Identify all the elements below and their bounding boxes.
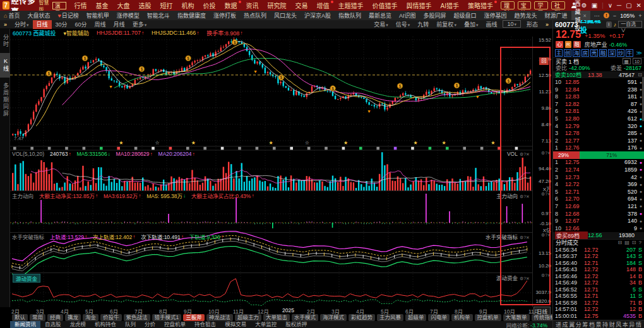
period-button-形态[interactable]: 形态 [523, 20, 542, 29]
top-button-理财[interactable]: 理财 [501, 1, 515, 9]
sector-name[interactable]: 房地产业 [585, 40, 607, 49]
zoom-out-button[interactable]: − [613, 13, 616, 19]
toolbar-item-智能北斗[interactable]: 智能北斗 [143, 11, 174, 20]
period-button-周线[interactable]: 周线 [91, 20, 110, 29]
annotation-handle[interactable]: 回 [539, 57, 549, 65]
order-level-row[interactable]: 1012.85591● [553, 78, 644, 86]
tag-融[interactable]: 融 [599, 49, 607, 57]
mini-tab-翼[interactable]: 翼 [569, 320, 575, 328]
menu-item-机构[interactable]: 机构 [177, 1, 199, 10]
close-button[interactable]: ✕ [636, 2, 641, 9]
kline-chart-svg[interactable]: $$$$$$$$$$▼▼▼▼★★★★★★★☆☆ [10, 37, 532, 307]
nav-item-龙虎榜[interactable]: 龙虎榜 [66, 321, 91, 328]
order-level-row[interactable]: 212.741859● [553, 166, 644, 173]
list-icon[interactable]: ▤ [624, 240, 629, 245]
menu-item-短打[interactable]: 短打 [156, 1, 177, 10]
mini-tab-本[interactable]: 本 [623, 320, 628, 328]
period-button-月线[interactable]: 月线 [110, 20, 129, 29]
order-level-row[interactable]: 412.72369● [553, 180, 644, 188]
zoom-in-button[interactable]: + [638, 13, 641, 19]
mini-tab-异[interactable]: 异 [629, 320, 635, 328]
gear-icon[interactable]: ⚙ [581, 2, 587, 9]
preset-超级主力[interactable]: 超级主力 [235, 314, 261, 321]
watchlist-button[interactable]: 一自选 ∨ [618, 21, 642, 28]
tag-房[interactable]: 房 [581, 49, 589, 57]
top-button-社群[interactable]: 社群 [551, 1, 565, 9]
preset-彩虹趋势[interactable]: 彩虹趋势 [349, 314, 375, 321]
period-button-交易[interactable]: 交易▾ [370, 20, 392, 29]
mini-tab-分[interactable]: 分 [576, 320, 581, 328]
period-button-分时[interactable]: 分时▾ [11, 20, 33, 29]
depth-10-button[interactable]: 10 [633, 58, 641, 64]
toolbar-item-指数队列[interactable]: 指数队列 [335, 11, 365, 20]
menu-item-选股[interactable]: 选股 [134, 1, 156, 10]
order-level-row[interactable]: 612.70694● [553, 196, 644, 203]
toolbar-item-超级盘口[interactable]: 超级盘口 [450, 11, 480, 20]
preset-三板斧[interactable]: 三板斧 [183, 314, 205, 321]
preset-水手模式[interactable]: 水手模式 [292, 314, 318, 321]
stock-tab[interactable]: 西藏城投× [571, 11, 590, 20]
preset-大单狙击[interactable]: 大单狙击 [263, 314, 290, 321]
chart-mode-分时[interactable]: 分时 [0, 29, 10, 53]
more-icon[interactable]: ⋯ [594, 13, 600, 19]
toolbar-item-趋势龙头[interactable]: 趋势龙头 [511, 11, 541, 20]
preset-默认[interactable]: 默认 [12, 314, 28, 321]
order-level-row[interactable]: 412.79320● [553, 122, 644, 130]
alarm-bell-icon[interactable]: ♪ [614, 21, 617, 28]
preset-闪电单[interactable]: 闪电单 [428, 314, 450, 321]
toolbar-item-指数健康度[interactable]: 指数健康度 [174, 11, 210, 20]
tick-list[interactable]: 14:56:3412.72207S14:56:3712.72143S14:56:… [553, 246, 644, 320]
chart-mode-K线[interactable]: K线 [0, 53, 10, 78]
order-level-row[interactable]: 512.71520● [553, 188, 644, 196]
period-button-信号[interactable]: 信号▾ [392, 20, 414, 29]
toolbar-item-热点队列[interactable]: 热点队列 [240, 11, 270, 20]
nav-item-大单监控[interactable]: 大单监控 [251, 321, 281, 328]
order-level-row[interactable]: 612.81426● [553, 108, 644, 115]
close-tab-icon[interactable]: × [583, 13, 587, 19]
period-button-10[interactable]: 10▾ [503, 20, 521, 28]
menu-item-策略猎手[interactable]: 策略猎手 [463, 1, 498, 10]
expand-icon[interactable]: ⊡ [632, 240, 636, 245]
nav-item-股权质押[interactable]: 股权质押 [281, 321, 311, 328]
preset-常用[interactable]: 常用 [30, 314, 45, 321]
period-button-九转[interactable]: 九转 [414, 20, 432, 29]
kline-canvas[interactable]: $$$$$$$$$$▼▼▼▼★★★★★★★☆☆ VOL(5,10,20)2407… [10, 37, 552, 307]
tag-创[interactable]: 创 [564, 49, 571, 57]
toolbar-item-AI识图[interactable]: AI识图 [395, 11, 420, 20]
order-level-row[interactable]: 812.68378● [553, 210, 644, 218]
tag-壳[interactable]: 壳 [590, 49, 598, 57]
preset-价投牛[interactable]: 价投牛 [100, 314, 122, 321]
order-level-row[interactable]: 812.83181● [553, 93, 644, 101]
preset-海洋模式[interactable]: 海洋模式 [320, 314, 347, 321]
menu-item-主题猎手[interactable]: 主题猎手 [334, 1, 368, 10]
home-button[interactable]: ⌂首页 [0, 11, 23, 20]
mini-tab-档[interactable]: 档 [589, 320, 595, 328]
order-level-row[interactable]: 712.69121● [553, 202, 644, 210]
tags-expand-icon[interactable]: ≫ [636, 50, 642, 56]
order-level-row[interactable]: 912.84238● [553, 86, 644, 93]
expand-icon[interactable]: ⊡ [635, 72, 642, 78]
mini-tab-情[interactable]: 情 [636, 320, 641, 328]
mini-tab-风[interactable]: 风 [616, 320, 621, 328]
toolbar-item-最新总览[interactable]: 最新总览 [365, 11, 395, 20]
maximize-button[interactable]: ▢ [626, 2, 631, 9]
order-level-row[interactable]: 712.8287● [553, 100, 644, 108]
preset-猎手模式1[interactable]: 猎手模式1 [152, 314, 182, 321]
minimize-button[interactable]: ─ [617, 2, 621, 9]
tag-深[interactable]: 深 [608, 49, 616, 57]
toolbar-item-涨停基因[interactable]: 涨停基因 [480, 11, 511, 20]
nav-item-新闻资讯[interactable]: 新闻资讯 [10, 321, 40, 328]
top-button-宝箱[interactable]: 宝箱 [518, 1, 532, 9]
preset-紫色战法[interactable]: 紫色战法 [124, 314, 150, 321]
toolbar-item-风口龙头[interactable]: 风口龙头 [270, 11, 301, 20]
nav-item-分价[interactable]: 分价 [140, 321, 160, 328]
toolbar-item-大盘状态[interactable]: 大盘状态 [23, 11, 54, 20]
menu-item-价投[interactable]: 价投 [199, 1, 220, 10]
mini-tab-景[interactable]: 景 [595, 320, 601, 328]
nav-item-控盘机单[interactable]: 控盘机单 [160, 321, 190, 328]
period-button-画线[interactable]: 画线 [482, 20, 501, 29]
order-level-row[interactable]: 212.77137● [553, 137, 644, 144]
order-level-row[interactable]: 112.76176● [553, 144, 644, 152]
preset-控盘机单[interactable]: 控盘机单 [475, 314, 501, 321]
tag-海[interactable]: 海 [573, 49, 580, 57]
